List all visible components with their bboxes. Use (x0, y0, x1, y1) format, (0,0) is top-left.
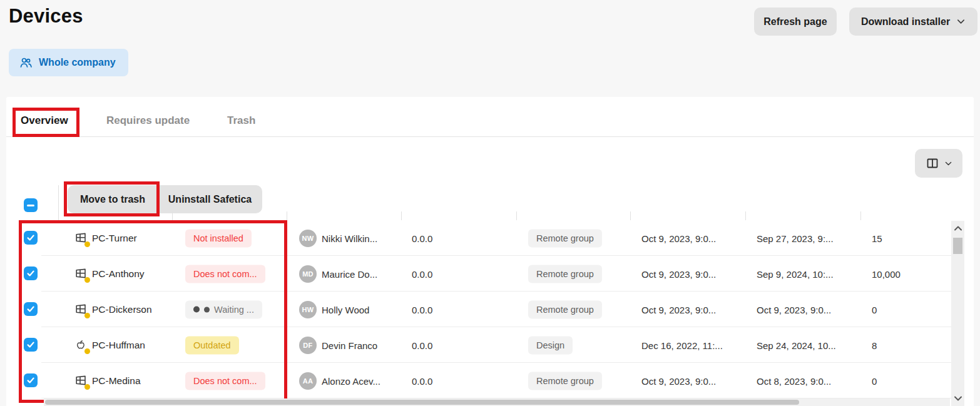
tabs-divider (6, 136, 974, 137)
date-second: Sep 9, 2024, 10:... (757, 268, 834, 279)
date-first: Oct 9, 2023, 9:0... (641, 268, 716, 279)
table-row[interactable]: PC-Turner Not installed NW Nikki Wilkin.… (19, 220, 951, 256)
device-name: PC-Huffman (92, 340, 145, 351)
uninstall-safetica-button[interactable]: Uninstall Safetica (158, 185, 262, 213)
scope-chip-whole-company[interactable]: Whole company (9, 49, 128, 76)
table-row[interactable]: PC-Medina Does not com... AA Alonzo Acev… (19, 363, 951, 398)
group-badge: Remote group (528, 372, 602, 390)
device-status-badge: Does not com... (185, 265, 265, 283)
device-status-label: Does not com... (193, 376, 257, 386)
device-name: PC-Dickerson (92, 304, 152, 315)
date-second: Oct 8, 2023, 9:0... (757, 375, 831, 386)
user-name: Holly Wood (322, 304, 369, 315)
table-row[interactable]: PC-Anthony Does not com... MD Maurice Do… (19, 256, 951, 292)
horizontal-scrollbar-thumb[interactable] (45, 400, 799, 405)
device-status-label: Outdated (193, 340, 231, 350)
window-icon (74, 303, 88, 317)
uninstall-safetica-label: Uninstall Safetica (168, 194, 252, 205)
tab-requires-update[interactable]: Requires update (106, 114, 190, 127)
row-checkbox[interactable] (24, 231, 38, 245)
version-value: 0.0.0 (412, 375, 432, 386)
page-title: Devices (9, 5, 83, 28)
indeterminate-minus-icon (27, 205, 34, 206)
device-status-badge: Waiting ... (185, 300, 262, 318)
window-icon (74, 267, 88, 281)
row-checkbox[interactable] (24, 373, 38, 387)
column-divider (401, 211, 402, 220)
move-to-trash-label: Move to trash (80, 194, 145, 205)
status-dot-yellow-icon (84, 384, 90, 390)
date-first: Oct 9, 2023, 9:0... (641, 304, 716, 315)
device-status-badge: Outdated (185, 336, 239, 354)
refresh-page-button[interactable]: Refresh page (754, 8, 837, 36)
column-divider (58, 185, 59, 220)
device-name: PC-Anthony (92, 268, 145, 280)
row-checkbox[interactable] (24, 302, 38, 316)
group-badge: Remote group (528, 229, 602, 247)
avatar: AA (299, 372, 317, 390)
version-value: 0.0.0 (412, 340, 432, 350)
device-name: PC-Medina (92, 375, 141, 387)
columns-icon (926, 156, 939, 170)
scroll-down-icon[interactable] (951, 392, 964, 405)
avatar: HW (299, 301, 317, 318)
status-dot-icon (193, 307, 200, 313)
device-status-label: Waiting ... (214, 305, 254, 315)
status-dot-yellow-icon (84, 313, 90, 318)
status-dot-yellow-icon (84, 241, 90, 247)
row-checkbox[interactable] (24, 266, 38, 280)
user-name: Devin Franco (322, 340, 377, 350)
download-installer-button[interactable]: Download installer (849, 8, 977, 36)
user-name: Maurice Do... (322, 268, 377, 279)
device-status-label: Not installed (193, 233, 243, 243)
date-first: Oct 9, 2023, 9:0... (641, 375, 716, 386)
group-badge: Remote group (528, 300, 602, 318)
window-icon (74, 374, 88, 388)
device-status-badge: Does not com... (185, 372, 265, 390)
column-divider (860, 211, 861, 220)
tab-trash[interactable]: Trash (227, 114, 255, 127)
people-icon (19, 56, 33, 69)
date-first: Oct 9, 2023, 9:0... (641, 233, 716, 243)
table-row[interactable]: PC-Huffman Outdated DF Devin Franco 0.0.… (19, 327, 951, 363)
version-value: 0.0.0 (412, 233, 432, 243)
vertical-scrollbar[interactable] (951, 221, 964, 406)
devices-page: Devices Refresh page Download installer … (0, 0, 980, 406)
count-value: 0 (872, 375, 877, 386)
vertical-scrollbar-thumb[interactable] (953, 238, 962, 254)
group-badge: Design (528, 336, 573, 354)
row-checkbox[interactable] (24, 338, 38, 352)
status-dot-yellow-icon (84, 277, 90, 283)
avatar: MD (299, 265, 317, 283)
table-row[interactable]: PC-Dickerson Waiting ... HW Holly Wood 0… (19, 292, 951, 327)
avatar: NW (299, 230, 317, 247)
count-value: 0 (872, 304, 877, 315)
group-badge: Remote group (528, 265, 602, 283)
count-value: 8 (872, 340, 877, 350)
chevron-down-icon (944, 160, 952, 168)
column-divider (630, 211, 631, 220)
version-value: 0.0.0 (412, 268, 432, 279)
count-value: 10,000 (872, 268, 901, 279)
version-value: 0.0.0 (412, 304, 432, 315)
device-status-badge: Not installed (185, 229, 252, 247)
refresh-page-label: Refresh page (763, 16, 827, 28)
scroll-up-icon[interactable] (951, 222, 964, 235)
select-all-checkbox[interactable] (24, 198, 38, 212)
column-divider (287, 211, 287, 220)
apple-icon (74, 338, 88, 352)
chevron-down-icon (956, 17, 966, 26)
avatar: DF (299, 337, 317, 354)
user-name: Nikki Wilkin... (322, 233, 377, 243)
column-divider (516, 211, 517, 220)
date-first: Dec 16, 2022, 11:... (641, 340, 723, 350)
status-dot-icon (204, 307, 210, 312)
column-divider (745, 211, 746, 220)
scope-chip-label: Whole company (39, 57, 116, 68)
window-icon (74, 231, 88, 245)
column-settings-button[interactable] (915, 149, 962, 178)
count-value: 15 (872, 233, 882, 243)
move-to-trash-button[interactable]: Move to trash (68, 185, 158, 213)
tab-overview[interactable]: Overview (21, 114, 68, 127)
horizontal-scrollbar[interactable] (44, 398, 950, 406)
